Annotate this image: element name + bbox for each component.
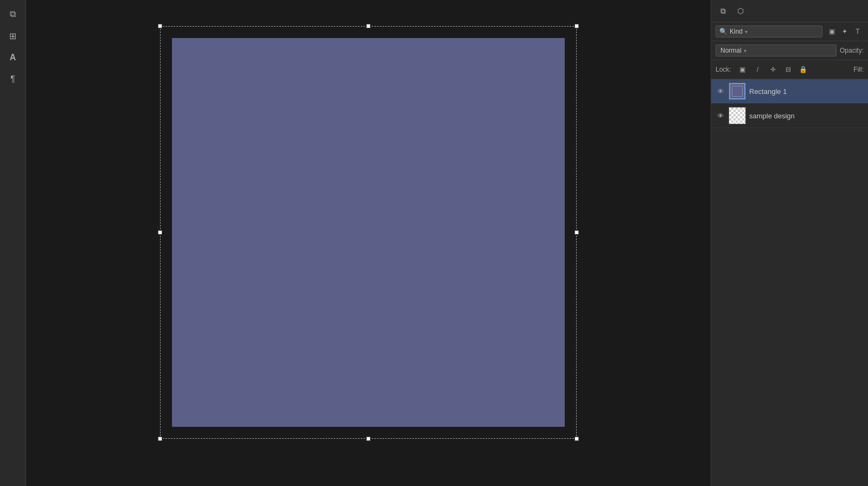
handle-top-right[interactable] <box>575 24 579 28</box>
filter-type-icons: ▣ ✦ T <box>826 26 864 37</box>
canvas-area <box>26 0 711 486</box>
filter-row: 🔍 Kind ▾ ▣ ✦ T <box>711 22 868 41</box>
right-panel: ⧉ ⬡ 🔍 Kind ▾ ▣ ✦ T Normal ▾ Opacity: Loc… <box>711 0 868 486</box>
properties-toolbar-icon[interactable]: ⊞ <box>3 26 23 46</box>
handle-top-left[interactable] <box>158 24 162 28</box>
layer-visibility-rectangle1[interactable]: 👁 <box>716 86 725 96</box>
layers-list: 👁 Rectangle 1 👁 sample design <box>711 79 868 486</box>
lock-all-icon[interactable]: 🔒 <box>797 64 809 75</box>
layer-thumbnail-sample-design <box>729 107 746 124</box>
filter-kind-label: Kind <box>730 28 743 35</box>
search-icon: 🔍 <box>719 28 727 35</box>
chevron-down-icon: ▾ <box>745 29 748 35</box>
panel-layers-icon[interactable]: ⧉ <box>716 3 731 18</box>
canvas-wrapper <box>160 26 577 439</box>
handle-middle-right[interactable] <box>575 230 579 235</box>
text-toolbar-icon[interactable]: A <box>3 48 23 67</box>
lock-transparent-icon[interactable]: ▣ <box>737 64 749 75</box>
lock-image-icon[interactable]: / <box>752 64 764 75</box>
rect-thumbnail-fill <box>729 83 745 99</box>
left-toolbar: ⧉ ⊞ A ¶ <box>0 0 26 486</box>
handle-bottom-right[interactable] <box>575 437 579 441</box>
panel-top-icons: ⧉ ⬡ <box>711 0 868 22</box>
blend-mode-value: Normal <box>720 47 742 54</box>
lock-artboard-icon[interactable]: ⊟ <box>782 64 794 75</box>
blend-mode-row: Normal ▾ Opacity: <box>711 41 868 60</box>
filter-type-icon[interactable]: T <box>852 26 864 37</box>
filter-kind-dropdown[interactable]: 🔍 Kind ▾ <box>716 26 822 37</box>
layers-toolbar-icon[interactable]: ⧉ <box>3 4 23 24</box>
opacity-label: Opacity: <box>840 47 864 54</box>
handle-bottom-middle[interactable] <box>366 437 371 441</box>
blend-mode-dropdown[interactable]: Normal ▾ <box>716 45 837 56</box>
layer-item-rectangle1[interactable]: 👁 Rectangle 1 <box>711 79 868 104</box>
layer-name-rectangle1: Rectangle 1 <box>749 87 864 96</box>
handle-bottom-left[interactable] <box>158 437 162 441</box>
panel-adjustments-icon[interactable]: ⬡ <box>733 3 748 18</box>
handle-middle-left[interactable] <box>158 230 162 235</box>
filter-adjustment-icon[interactable]: ✦ <box>839 26 851 37</box>
layer-thumbnail-rectangle1 <box>729 83 746 100</box>
lock-label: Lock: <box>716 66 731 73</box>
selection-box[interactable] <box>160 26 577 439</box>
blend-chevron-icon: ▾ <box>744 48 746 54</box>
layer-item-sample-design[interactable]: 👁 sample design <box>711 104 868 128</box>
lock-position-icon[interactable]: ✛ <box>767 64 779 75</box>
fill-label: Fill: <box>853 66 864 73</box>
layer-visibility-sample-design[interactable]: 👁 <box>716 111 725 121</box>
handle-top-middle[interactable] <box>366 24 371 28</box>
lock-row: Lock: ▣ / ✛ ⊟ 🔒 Fill: <box>711 60 868 79</box>
rectangle-shape[interactable] <box>172 38 565 427</box>
layer-name-sample-design: sample design <box>749 112 864 120</box>
filter-pixel-icon[interactable]: ▣ <box>826 26 838 37</box>
paragraph-toolbar-icon[interactable]: ¶ <box>3 70 23 89</box>
rect-thumbnail-border <box>732 86 743 97</box>
